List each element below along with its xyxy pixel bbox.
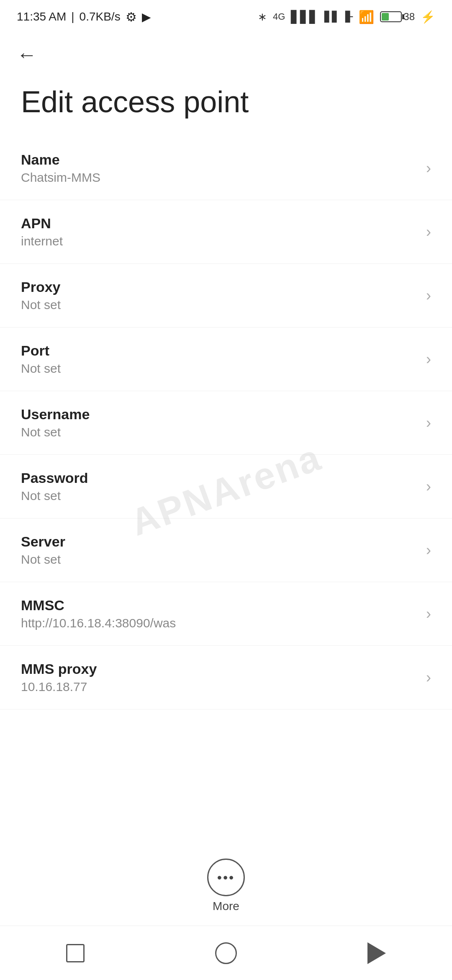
back-button[interactable]: ← [17, 43, 37, 66]
chevron-icon-username: › [426, 414, 431, 432]
battery-fill [382, 13, 389, 21]
settings-item-content-proxy: ProxyNot set [21, 279, 418, 312]
settings-item-label-proxy: Proxy [21, 279, 418, 295]
nav-recents-button[interactable] [59, 936, 92, 970]
settings-item-content-server: ServerNot set [21, 534, 418, 567]
settings-item-value-proxy: Not set [21, 298, 418, 312]
chevron-icon-password: › [426, 478, 431, 495]
page-title-container: Edit access point [0, 75, 452, 137]
settings-item-value-mmsc: http://10.16.18.4:38090/was [21, 616, 418, 630]
chevron-icon-proxy: › [426, 287, 431, 304]
more-dots-icon: ••• [217, 871, 235, 884]
settings-item-content-apn: APNinternet [21, 215, 418, 248]
signal-icon: ▋▋▋ [291, 10, 318, 24]
settings-item-value-password: Not set [21, 489, 418, 503]
nav-back-button[interactable] [360, 936, 393, 970]
settings-item-password[interactable]: PasswordNot set› [0, 455, 452, 518]
chevron-icon-server: › [426, 542, 431, 559]
settings-item-content-port: PortNot set [21, 343, 418, 376]
chevron-icon-mms-proxy: › [426, 669, 431, 686]
settings-item-label-password: Password [21, 470, 418, 486]
chevron-icon-name: › [426, 160, 431, 177]
chevron-icon-port: › [426, 351, 431, 368]
settings-item-mms-proxy[interactable]: MMS proxy10.16.18.77› [0, 646, 452, 709]
more-circle-icon: ••• [207, 859, 245, 896]
settings-list: NameChatsim-MMS›APNinternet›ProxyNot set… [0, 137, 452, 709]
status-bar: 11:35 AM | 0.7KB/s ⚙ ▶ ∗ 4G ▋▋▋ ▋▋ ▋ 📶 3… [0, 0, 452, 34]
settings-item-content-password: PasswordNot set [21, 470, 418, 503]
nav-square-icon [66, 944, 85, 962]
network-4g-icon: 4G [273, 11, 285, 22]
settings-item-value-mms-proxy: 10.16.18.77 [21, 680, 418, 694]
settings-item-label-mms-proxy: MMS proxy [21, 661, 418, 677]
battery-icon [380, 11, 402, 22]
settings-item-proxy[interactable]: ProxyNot set› [0, 264, 452, 328]
nav-circle-icon [215, 942, 237, 964]
settings-item-label-username: Username [21, 406, 418, 423]
wifi-icon: 📶 [359, 10, 374, 24]
more-label: More [213, 900, 239, 913]
settings-item-value-server: Not set [21, 552, 418, 567]
settings-item-label-mmsc: MMSC [21, 597, 418, 614]
more-button[interactable]: ••• More [207, 859, 245, 913]
settings-item-name[interactable]: NameChatsim-MMS› [0, 137, 452, 200]
settings-item-content-mms-proxy: MMS proxy10.16.18.77 [21, 661, 418, 694]
video-icon: ▶ [142, 10, 151, 24]
signal2-icon: ▋▋ [324, 11, 339, 23]
settings-item-value-name: Chatsim-MMS [21, 170, 418, 185]
signal-x-icon: ▋ [345, 11, 353, 23]
settings-item-label-port: Port [21, 343, 418, 359]
speed: | [71, 10, 74, 23]
settings-item-content-mmsc: MMSChttp://10.16.18.4:38090/was [21, 597, 418, 630]
settings-item-content-name: NameChatsim-MMS [21, 152, 418, 185]
page-title: Edit access point [21, 84, 431, 120]
network-speed: 0.7KB/s [80, 10, 121, 23]
settings-item-value-apn: internet [21, 234, 418, 248]
settings-item-label-server: Server [21, 534, 418, 550]
settings-item-mmsc[interactable]: MMSChttp://10.16.18.4:38090/was› [0, 582, 452, 646]
status-left: 11:35 AM | 0.7KB/s ⚙ ▶ [17, 10, 151, 24]
settings-item-port[interactable]: PortNot set› [0, 328, 452, 391]
settings-item-value-port: Not set [21, 361, 418, 376]
settings-item-content-username: UsernameNot set [21, 406, 418, 439]
settings-icon: ⚙ [126, 10, 137, 24]
toolbar: ← [0, 34, 452, 75]
nav-bar [0, 926, 452, 980]
battery-container: 38 [380, 11, 415, 23]
chevron-icon-apn: › [426, 223, 431, 241]
settings-item-server[interactable]: ServerNot set› [0, 518, 452, 582]
settings-item-label-apn: APN [21, 215, 418, 232]
battery-percent: 38 [403, 11, 415, 23]
settings-item-value-username: Not set [21, 425, 418, 439]
charging-icon: ⚡ [421, 10, 435, 24]
settings-item-username[interactable]: UsernameNot set› [0, 391, 452, 455]
status-right: ∗ 4G ▋▋▋ ▋▋ ▋ 📶 38 ⚡ [258, 10, 435, 24]
chevron-icon-mmsc: › [426, 605, 431, 623]
bluetooth-icon: ∗ [258, 10, 267, 23]
nav-triangle-icon [367, 942, 386, 964]
settings-item-label-name: Name [21, 152, 418, 168]
settings-item-apn[interactable]: APNinternet› [0, 200, 452, 264]
time: 11:35 AM [17, 10, 66, 23]
nav-home-button[interactable] [209, 936, 243, 970]
